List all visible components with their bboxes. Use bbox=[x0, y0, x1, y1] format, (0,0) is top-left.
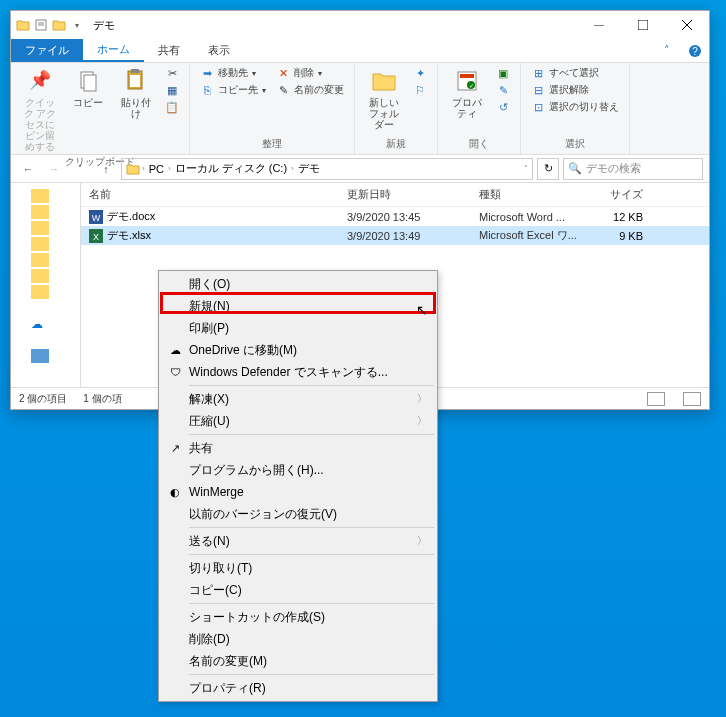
sidebar-folder-icon[interactable] bbox=[31, 237, 49, 251]
context-menu-item[interactable]: ↗共有 bbox=[161, 437, 435, 459]
close-button[interactable] bbox=[665, 11, 709, 39]
paste-shortcut-button[interactable]: 📋 bbox=[161, 99, 183, 115]
file-size: 12 KB bbox=[591, 209, 651, 225]
sidebar-folder-icon[interactable] bbox=[31, 285, 49, 299]
tab-home[interactable]: ホーム bbox=[83, 39, 144, 62]
svg-rect-10 bbox=[84, 75, 96, 91]
sidebar-folder-icon[interactable] bbox=[31, 205, 49, 219]
properties-button[interactable]: ✓ プロパティ bbox=[444, 65, 490, 121]
pin-to-quick-access-button[interactable]: 📌 クイック アクセスにピン留めする bbox=[17, 65, 63, 154]
details-view-button[interactable] bbox=[647, 392, 665, 406]
forward-button[interactable]: → bbox=[43, 158, 65, 180]
context-menu-item[interactable]: 解凍(X)〉 bbox=[161, 388, 435, 410]
new-item-button[interactable]: ✦ bbox=[409, 65, 431, 81]
file-size: 9 KB bbox=[591, 228, 651, 244]
move-to-button[interactable]: ➡移動先▾ bbox=[196, 65, 270, 81]
context-menu-item[interactable]: ☁OneDrive に移動(M) bbox=[161, 339, 435, 361]
minimize-button[interactable] bbox=[577, 11, 621, 39]
ribbon-collapse-icon[interactable]: ˄ bbox=[653, 39, 681, 62]
delete-button[interactable]: ✕削除▾ bbox=[272, 65, 348, 81]
breadcrumb-drive[interactable]: ローカル ディスク (C:) bbox=[173, 161, 289, 176]
rename-button[interactable]: ✎名前の変更 bbox=[272, 82, 348, 98]
open-button[interactable]: ▣ bbox=[492, 65, 514, 81]
file-date: 3/9/2020 13:45 bbox=[339, 209, 471, 225]
col-size[interactable]: サイズ bbox=[591, 183, 651, 206]
context-menu-separator bbox=[189, 674, 434, 675]
select-all-button[interactable]: ⊞すべて選択 bbox=[527, 65, 623, 81]
help-icon[interactable]: ? bbox=[681, 39, 709, 62]
back-button[interactable]: ← bbox=[17, 158, 39, 180]
submenu-arrow-icon: 〉 bbox=[417, 392, 427, 406]
context-menu-item[interactable]: 以前のバージョンの復元(V) bbox=[161, 503, 435, 525]
copy-path-icon: ▦ bbox=[165, 83, 179, 97]
search-input[interactable]: 🔍 デモの検索 bbox=[563, 158, 703, 180]
sidebar-onedrive-icon[interactable]: ☁ bbox=[31, 317, 49, 331]
context-menu-item[interactable]: 開く(O) bbox=[161, 273, 435, 295]
context-menu-item[interactable]: 削除(D) bbox=[161, 628, 435, 650]
recent-locations-button[interactable]: ˅ bbox=[69, 158, 91, 180]
copy-icon bbox=[74, 67, 102, 95]
context-menu-item[interactable]: 圧縮(U)〉 bbox=[161, 410, 435, 432]
context-menu-item[interactable]: 新規(N) bbox=[161, 295, 435, 317]
folder-icon bbox=[126, 163, 140, 175]
breadcrumb[interactable]: › PC › ローカル ディスク (C:) › デモ ˅ bbox=[121, 158, 533, 180]
sidebar-pc-icon[interactable] bbox=[31, 349, 49, 363]
nav-pane[interactable]: ☁ bbox=[11, 183, 81, 387]
svg-rect-12 bbox=[131, 69, 139, 73]
cut-button[interactable]: ✂ bbox=[161, 65, 183, 81]
tab-share[interactable]: 共有 bbox=[144, 39, 194, 62]
context-menu-item[interactable]: 切り取り(T) bbox=[161, 557, 435, 579]
move-to-icon: ➡ bbox=[200, 66, 214, 80]
ribbon-tabs: ファイル ホーム 共有 表示 ˄ ? bbox=[11, 39, 709, 63]
context-menu-label: ショートカットの作成(S) bbox=[189, 609, 325, 626]
sidebar-folder-icon[interactable] bbox=[31, 221, 49, 235]
new-item-icon: ✦ bbox=[413, 66, 427, 80]
sidebar-folder-icon[interactable] bbox=[31, 253, 49, 267]
context-menu-item[interactable]: 名前の変更(M) bbox=[161, 650, 435, 672]
sidebar-folder-icon[interactable] bbox=[31, 269, 49, 283]
file-row[interactable]: Xデモ.xlsx3/9/2020 13:49Microsoft Excel ワ.… bbox=[81, 226, 709, 245]
file-row[interactable]: Wデモ.docx3/9/2020 13:45Microsoft Word ...… bbox=[81, 207, 709, 226]
icons-view-button[interactable] bbox=[683, 392, 701, 406]
context-menu-item[interactable]: ◐WinMerge bbox=[161, 481, 435, 503]
up-button[interactable]: ↑ bbox=[95, 158, 117, 180]
paste-icon bbox=[122, 67, 150, 95]
col-date[interactable]: 更新日時 bbox=[339, 183, 471, 206]
context-menu-item[interactable]: 送る(N)〉 bbox=[161, 530, 435, 552]
copy-to-button[interactable]: ⎘コピー先▾ bbox=[196, 82, 270, 98]
file-name: デモ.xlsx bbox=[107, 228, 151, 243]
qat-properties-icon[interactable] bbox=[33, 17, 49, 33]
paste-button[interactable]: 貼り付け bbox=[113, 65, 159, 121]
refresh-button[interactable]: ↻ bbox=[537, 158, 559, 180]
select-none-button[interactable]: ⊟選択解除 bbox=[527, 82, 623, 98]
context-menu-separator bbox=[189, 554, 434, 555]
svg-rect-13 bbox=[130, 75, 140, 87]
context-menu-item[interactable]: プログラムから開く(H)... bbox=[161, 459, 435, 481]
tab-view[interactable]: 表示 bbox=[194, 39, 244, 62]
col-name[interactable]: 名前 bbox=[81, 183, 339, 206]
invert-selection-button[interactable]: ⊡選択の切り替え bbox=[527, 99, 623, 115]
copy-button[interactable]: コピー bbox=[65, 65, 111, 110]
history-button[interactable]: ↺ bbox=[492, 99, 514, 115]
edit-icon: ✎ bbox=[496, 83, 510, 97]
tab-file[interactable]: ファイル bbox=[11, 39, 83, 62]
context-menu-item[interactable]: プロパティ(R) bbox=[161, 677, 435, 699]
col-type[interactable]: 種類 bbox=[471, 183, 591, 206]
sidebar-folder-icon[interactable] bbox=[31, 189, 49, 203]
copy-path-button[interactable]: ▦ bbox=[161, 82, 183, 98]
context-menu-item[interactable]: 🛡Windows Defender でスキャンする... bbox=[161, 361, 435, 383]
maximize-button[interactable] bbox=[621, 11, 665, 39]
context-menu-item[interactable]: コピー(C) bbox=[161, 579, 435, 601]
breadcrumb-dropdown-icon[interactable]: ˅ bbox=[524, 164, 528, 173]
item-count: 2 個の項目 bbox=[19, 392, 67, 406]
breadcrumb-folder[interactable]: デモ bbox=[296, 161, 322, 176]
context-menu-item[interactable]: ショートカットの作成(S) bbox=[161, 606, 435, 628]
qat-dropdown-icon[interactable]: ▾ bbox=[69, 17, 85, 33]
breadcrumb-pc[interactable]: PC bbox=[147, 163, 166, 175]
easy-access-button[interactable]: ⚐ bbox=[409, 82, 431, 98]
new-folder-button[interactable]: 新しいフォルダー bbox=[361, 65, 407, 132]
context-menu-label: 解凍(X) bbox=[189, 391, 229, 408]
copy-to-icon: ⎘ bbox=[200, 83, 214, 97]
context-menu-item[interactable]: 印刷(P) bbox=[161, 317, 435, 339]
edit-button[interactable]: ✎ bbox=[492, 82, 514, 98]
